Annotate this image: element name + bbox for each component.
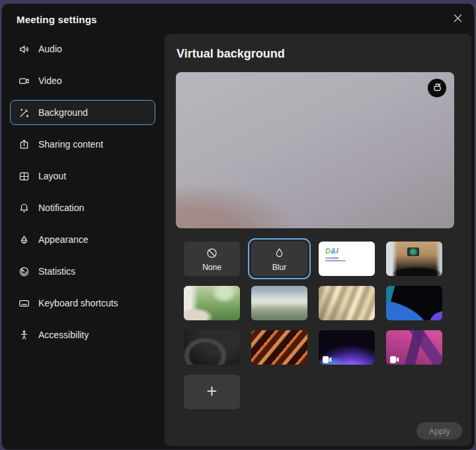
bg-thumbnail-window-light[interactable]: [319, 286, 375, 320]
accessibility-icon: [19, 330, 30, 341]
sidebar-item-keyboard-shortcuts[interactable]: Keyboard shortcuts: [10, 291, 155, 316]
speaker-icon: [19, 44, 30, 55]
close-button[interactable]: [449, 11, 466, 28]
virtual-background-panel: Virtual background None Blur: [165, 34, 471, 446]
share-icon: [19, 139, 30, 150]
window-light-photo: [319, 286, 375, 320]
sidebar-item-label: Background: [38, 107, 88, 118]
bg-option-label: Blur: [272, 263, 286, 271]
bg-option-none[interactable]: None: [184, 242, 240, 276]
video-camera-icon: [323, 354, 332, 361]
sidebar-item-label: Video: [38, 75, 62, 86]
slash-circle-icon: [206, 247, 218, 262]
sidebar-item-label: Sharing content: [38, 139, 103, 150]
sidebar-item-label: Notification: [38, 202, 84, 213]
keyboard-icon: [19, 298, 30, 309]
settings-sidebar: Audio Video Background Sharing content L: [10, 36, 155, 354]
close-icon: [454, 13, 462, 25]
apply-button[interactable]: Apply: [416, 422, 462, 439]
flip-camera-button[interactable]: [428, 79, 446, 97]
video-camera-icon: [390, 354, 399, 361]
magic-wand-icon: [19, 107, 30, 118]
sidebar-item-background[interactable]: Background: [10, 100, 155, 125]
office-wall-screen: [408, 248, 418, 255]
meeting-settings-dialog: Meeting settings Audio Video Background: [1, 3, 475, 450]
camera-icon: [19, 75, 30, 87]
sidebar-item-notification[interactable]: Notification: [10, 195, 155, 220]
bg-thumbnail-abstract-blue[interactable]: [386, 286, 442, 320]
add-background-button[interactable]: +: [184, 375, 240, 409]
bell-icon: [19, 202, 30, 214]
dei-logo-text: D&I: [325, 248, 375, 255]
sidebar-item-label: Layout: [38, 171, 66, 181]
dei-logo-tagline: [325, 257, 338, 259]
background-thumbnail-grid: None Blur D&I: [184, 242, 443, 409]
layout-grid-icon: [19, 171, 30, 182]
sidebar-item-statistics[interactable]: Statistics: [10, 259, 155, 284]
bg-thumbnail-purple-glow-video[interactable]: [319, 330, 375, 365]
bg-thumbnail-office[interactable]: [386, 242, 442, 276]
bg-option-label: None: [202, 263, 221, 271]
sidebar-item-appearance[interactable]: Appearance: [10, 227, 155, 252]
paint-brush-icon: [19, 234, 30, 246]
sidebar-item-video[interactable]: Video: [10, 68, 155, 93]
flip-camera-icon: [432, 81, 443, 95]
bg-thumbnail-porch[interactable]: [184, 286, 240, 320]
bg-thumbnail-pink-curves-video[interactable]: [386, 330, 442, 365]
sidebar-item-accessibility[interactable]: Accessibility: [10, 322, 155, 347]
plus-icon: +: [207, 382, 218, 400]
sidebar-item-audio[interactable]: Audio: [10, 36, 155, 62]
sidebar-item-layout[interactable]: Layout: [10, 163, 155, 189]
camera-preview: [176, 72, 454, 228]
dei-logo-tagline: [325, 260, 346, 261]
sidebar-item-label: Statistics: [38, 266, 75, 277]
bg-thumbnail-dark-swirl[interactable]: [184, 330, 240, 365]
bg-thumbnail-lava[interactable]: [251, 330, 307, 365]
sidebar-item-sharing-content[interactable]: Sharing content: [10, 132, 155, 157]
sidebar-item-label: Keyboard shortcuts: [38, 298, 118, 308]
water-drop-icon: [273, 247, 286, 262]
bg-thumbnail-mountains[interactable]: [251, 286, 307, 320]
sidebar-item-label: Appearance: [38, 234, 89, 245]
sidebar-item-label: Accessibility: [38, 330, 89, 340]
bg-thumbnail-dei-logo[interactable]: D&I: [319, 242, 375, 276]
pie-chart-icon: [19, 266, 30, 277]
bg-option-blur[interactable]: Blur: [251, 242, 307, 276]
sidebar-item-label: Audio: [38, 44, 62, 54]
panel-heading: Virtual background: [177, 47, 285, 61]
mountains-photo: [251, 286, 307, 320]
dialog-title: Meeting settings: [17, 14, 97, 25]
